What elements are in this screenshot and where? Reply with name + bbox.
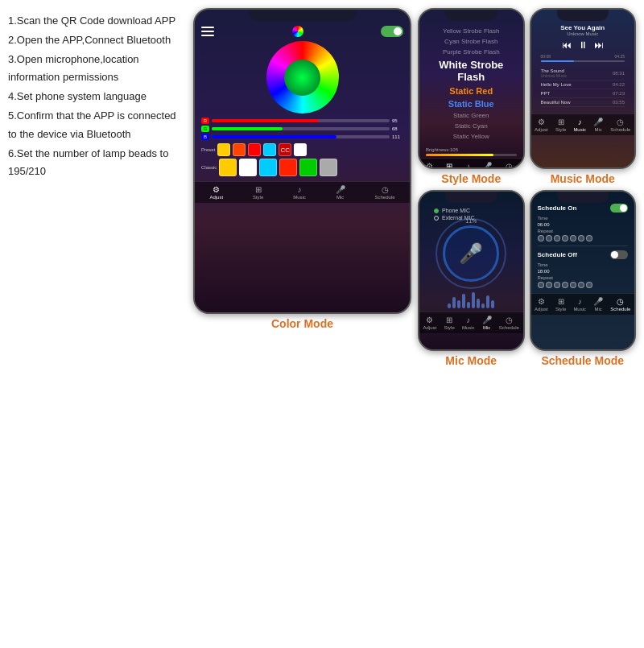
music-music-icon: ♪ [578, 118, 582, 126]
song-item-1[interactable]: The Sound Unknow Music 08:31 [541, 67, 625, 80]
preset-color-4[interactable] [263, 143, 276, 156]
style-item-4-active[interactable]: White Strobe Flash [427, 57, 515, 85]
day-mon[interactable] [538, 235, 544, 241]
day-sun[interactable] [586, 235, 592, 241]
power-toggle[interactable] [381, 26, 403, 37]
red-label: R [201, 118, 209, 124]
schedule-off-time: 18:00 [538, 269, 550, 274]
color-mode-frame: R 95 G [193, 8, 411, 314]
nav-style[interactable]: ⊞ Style [253, 185, 263, 200]
style-item-6-active[interactable]: Static Blue [427, 97, 515, 110]
blue-track[interactable] [212, 135, 390, 138]
mic-music-icon: ♪ [466, 316, 470, 324]
nav-style-label: Style [253, 195, 263, 200]
mic-percent: 11% [465, 218, 477, 224]
classic-color-3[interactable] [259, 159, 277, 176]
sched-nav-style[interactable]: ⊞ Style [555, 297, 566, 312]
sched-nav-music[interactable]: ♪ Music [573, 297, 586, 312]
phone-mic-radio[interactable] [434, 208, 439, 213]
green-fill [212, 127, 283, 130]
off-day-mon[interactable] [538, 282, 544, 288]
mic-nav-schedule[interactable]: ◷ Schedule [499, 316, 519, 330]
external-mic-radio[interactable] [434, 216, 439, 221]
style-item-7[interactable]: Static Green [427, 110, 515, 121]
mic-schedule-icon: ◷ [506, 316, 513, 324]
sched-nav-schedule[interactable]: ◷ Schedule [610, 297, 630, 312]
style-nav-music[interactable]: ♪ Music [462, 162, 475, 169]
classic-color-5[interactable] [299, 159, 317, 176]
song-item-4[interactable]: Beautiful Now 03:55 [541, 98, 625, 107]
preset-color-1[interactable] [217, 143, 230, 156]
day-fri[interactable] [570, 235, 576, 241]
music-nav-schedule[interactable]: ◷ Schedule [610, 118, 630, 132]
sched-nav-adjust[interactable]: ⚙ Adjust [535, 297, 548, 312]
off-day-sat[interactable] [578, 282, 584, 288]
off-day-wed[interactable] [554, 282, 560, 288]
nav-music[interactable]: ♪ Music [293, 185, 306, 200]
style-nav-schedule[interactable]: ◷ Schedule [499, 162, 519, 169]
off-day-sun[interactable] [586, 282, 592, 288]
classic-color-2[interactable] [239, 159, 257, 176]
schedule-divider [538, 246, 629, 246]
off-day-thu[interactable] [562, 282, 568, 288]
next-button[interactable]: ⏭ [594, 39, 604, 51]
mic-nav-mic[interactable]: 🎤 Mic [482, 316, 492, 330]
color-picker-dot[interactable] [292, 26, 303, 37]
classic-color-6[interactable] [320, 159, 337, 176]
style-item-5-active[interactable]: Static Red [427, 85, 515, 97]
play-button[interactable]: ⏸ [578, 39, 588, 51]
brightness-track[interactable] [426, 154, 517, 156]
mic-nav-adjust[interactable]: ⚙ Adjust [423, 316, 437, 330]
color-wheel[interactable] [266, 41, 339, 114]
day-wed[interactable] [554, 235, 560, 241]
day-thu[interactable] [562, 235, 568, 241]
music-nav-mic[interactable]: 🎤 Mic [593, 118, 603, 132]
progress-track[interactable] [541, 60, 625, 62]
red-track[interactable] [212, 119, 390, 122]
music-nav-adjust[interactable]: ⚙ Adjust [535, 118, 548, 132]
prev-button[interactable]: ⏮ [562, 39, 572, 51]
sched-nav-mic[interactable]: 🎤 Mic [593, 297, 603, 312]
song-item-2[interactable]: Hello My Love 04:22 [541, 80, 625, 89]
menu-icon[interactable] [201, 27, 214, 36]
schedule-off-toggle[interactable] [610, 250, 628, 259]
day-sat[interactable] [578, 235, 584, 241]
preset-label: Preset [201, 147, 215, 152]
style-item-1[interactable]: Yellow Strobe Flash [427, 26, 515, 36]
preset-color-5[interactable] [294, 143, 307, 156]
mic-nav-music[interactable]: ♪ Music [462, 316, 475, 330]
classic-color-4[interactable] [279, 159, 297, 176]
red-slider-row: R 95 [201, 118, 403, 124]
preset-cc-button[interactable]: CC [279, 143, 291, 156]
off-day-fri[interactable] [570, 282, 576, 288]
nav-schedule[interactable]: ◷ Schedule [375, 185, 395, 200]
mic-option-phone[interactable]: Phone MIC [434, 208, 474, 213]
preset-color-2[interactable] [233, 143, 246, 156]
mic-nav-style[interactable]: ⊞ Style [444, 316, 454, 330]
nav-adjust[interactable]: ⚙ Adjust [209, 185, 223, 200]
schedule-on-toggle[interactable] [610, 204, 628, 213]
style-item-8[interactable]: Static Cyan [427, 121, 515, 131]
nav-mic[interactable]: 🎤 Mic [336, 185, 345, 200]
song-item-3[interactable]: PPT 07:23 [541, 89, 625, 98]
style-nav-style[interactable]: ⊞ Style [444, 162, 454, 169]
brightness-fill [426, 154, 493, 156]
style-item-3[interactable]: Purple Strobe Flash [427, 47, 515, 57]
top-section: 1.Scan the QR Code download APP 2.Open t… [8, 8, 636, 640]
style-item-9[interactable]: Static Yellow [427, 131, 515, 142]
style-list: Yellow Strobe Flash Cyan Strobe Flash Pu… [419, 10, 523, 146]
music-adjust-icon: ⚙ [538, 118, 545, 126]
day-tue[interactable] [546, 235, 552, 241]
green-track[interactable] [212, 127, 390, 130]
mic-style-icon: ⊞ [446, 316, 452, 324]
style-nav-adjust[interactable]: ⚙ Adjust [423, 162, 437, 169]
music-nav-style[interactable]: ⊞ Style [555, 118, 566, 132]
music-nav-music[interactable]: ♪ Music [573, 118, 586, 132]
classic-color-1[interactable] [219, 159, 237, 176]
style-item-2[interactable]: Cyan Strobe Flash [427, 36, 515, 47]
style-nav-mic[interactable]: 🎤 Mic [482, 162, 492, 169]
nav-adjust-label: Adjust [209, 195, 223, 200]
off-day-tue[interactable] [546, 282, 552, 288]
phone-mic-label: Phone MIC [442, 208, 470, 213]
preset-color-3[interactable] [248, 143, 261, 156]
